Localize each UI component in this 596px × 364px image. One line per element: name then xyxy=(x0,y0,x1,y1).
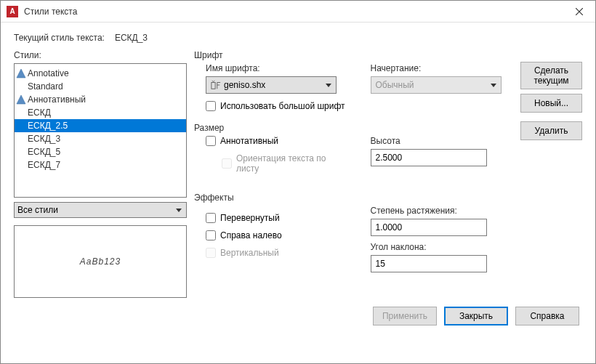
styles-filter-value: Все стили xyxy=(17,205,58,215)
bigfont-label: Использовать большой шрифт xyxy=(220,101,345,111)
oblique-input[interactable] xyxy=(371,255,487,272)
styles-list-item[interactable]: Annotative xyxy=(15,67,186,80)
styles-filter-dropdown[interactable]: Все стили xyxy=(14,202,187,218)
annotative-icon xyxy=(16,94,26,105)
backwards-row[interactable]: Справа налево xyxy=(206,230,349,240)
width-factor-input[interactable] xyxy=(371,219,487,236)
styles-list-item-label: Annotative xyxy=(28,68,69,78)
backwards-label: Справа налево xyxy=(220,230,282,240)
bigfont-checkbox-row[interactable]: Использовать большой шрифт xyxy=(206,101,513,111)
font-section: Шрифт Имя шрифта: geniso.shx xyxy=(194,50,513,111)
annotative-checkbox-row[interactable]: Аннотативный xyxy=(206,136,349,146)
match-orientation-checkbox xyxy=(222,158,232,169)
font-name-dropdown[interactable]: geniso.shx xyxy=(206,76,337,94)
styles-list-item-label: ЕСКД_7 xyxy=(28,160,60,170)
annotative-label: Аннотативный xyxy=(220,136,278,146)
upside-down-row[interactable]: Перевернутый xyxy=(206,213,349,223)
current-style-value: ЕСКД_3 xyxy=(115,33,148,43)
size-section-title: Размер xyxy=(194,123,513,133)
style-preview: AaBb123 xyxy=(14,225,187,298)
styles-list-item[interactable]: ЕСКД xyxy=(15,106,186,119)
styles-list-item-label: ЕСКД_5 xyxy=(28,147,60,157)
preview-text: AaBb123 xyxy=(80,256,121,267)
vertical-row: Вертикальный xyxy=(206,248,349,258)
vertical-label: Вертикальный xyxy=(220,248,279,258)
font-name-value: geniso.shx xyxy=(224,80,265,90)
styles-list-item[interactable]: ЕСКД_3 xyxy=(15,132,186,145)
styles-list-item-label: ЕСКД xyxy=(28,108,51,118)
window-title: Стили текста xyxy=(24,7,563,17)
apply-button: Применить xyxy=(373,307,437,325)
app-icon: A xyxy=(7,6,18,17)
shx-font-icon xyxy=(211,80,221,90)
height-input[interactable] xyxy=(371,149,487,166)
close-button[interactable]: Закрыть xyxy=(444,307,508,325)
match-orientation-label: Ориентация текста по листу xyxy=(236,153,338,174)
width-factor-label: Степень растяжения: xyxy=(371,206,514,216)
styles-label: Стили: xyxy=(14,50,187,60)
titlebar: A Стили текста xyxy=(1,1,595,23)
styles-list-item-label: Аннотативный xyxy=(28,94,86,105)
font-style-dropdown: Обычный xyxy=(371,76,502,94)
match-orientation-row: Ориентация текста по листу xyxy=(222,153,349,174)
svg-rect-0 xyxy=(212,83,215,89)
size-section: Размер Аннотативный Ориентация текста по… xyxy=(194,123,513,181)
current-style-row: Текущий стиль текста: ЕСКД_3 xyxy=(14,33,582,43)
font-style-value: Обычный xyxy=(376,80,414,90)
oblique-label: Угол наклона: xyxy=(371,242,514,252)
upside-down-checkbox[interactable] xyxy=(206,213,216,223)
styles-list-item-label: ЕСКД_3 xyxy=(28,134,60,144)
styles-list-item[interactable]: Аннотативный xyxy=(15,93,186,106)
close-icon xyxy=(576,8,583,15)
font-name-label: Имя шрифта: xyxy=(206,63,349,73)
styles-list-item-label: Standard xyxy=(28,81,63,92)
styles-list-item[interactable]: ЕСКД_2.5 xyxy=(15,119,186,132)
styles-list-item[interactable]: Standard xyxy=(15,80,186,93)
backwards-checkbox[interactable] xyxy=(206,230,216,240)
upside-down-label: Перевернутый xyxy=(220,213,280,223)
set-current-button[interactable]: Сделать текущим xyxy=(520,62,582,89)
font-style-label: Начертание: xyxy=(371,63,514,73)
font-section-title: Шрифт xyxy=(194,50,513,60)
annotative-icon xyxy=(16,68,26,78)
styles-listbox[interactable]: AnnotativeStandardАннотативныйЕСКДЕСКД_2… xyxy=(14,63,187,198)
vertical-checkbox xyxy=(206,248,216,258)
new-style-button[interactable]: Новый... xyxy=(520,94,582,113)
height-label: Высота xyxy=(371,136,514,146)
delete-style-button[interactable]: Удалить xyxy=(520,121,582,140)
help-button[interactable]: Справка xyxy=(515,307,579,325)
styles-list-item[interactable]: ЕСКД_7 xyxy=(15,158,186,171)
annotative-checkbox[interactable] xyxy=(206,136,216,146)
bigfont-checkbox[interactable] xyxy=(206,101,216,111)
styles-list-item-label: ЕСКД_2.5 xyxy=(28,121,68,131)
styles-list-item[interactable]: ЕСКД_5 xyxy=(15,145,186,158)
close-window-button[interactable] xyxy=(563,1,595,23)
current-style-label: Текущий стиль текста: xyxy=(14,33,105,43)
effects-section-title: Эффекты xyxy=(194,193,513,203)
effects-section: Эффекты Перевернутый Справа налево xyxy=(194,193,513,272)
